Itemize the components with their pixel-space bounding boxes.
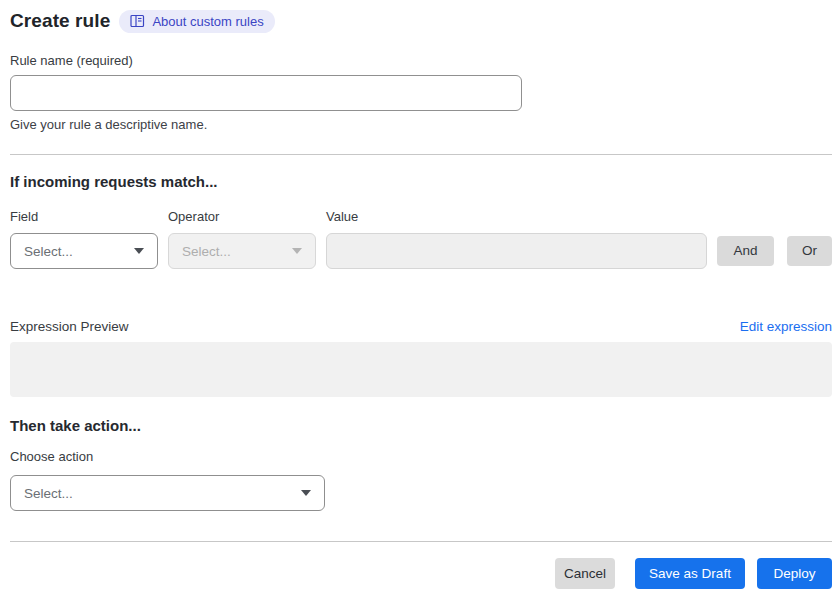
save-as-draft-button[interactable]: Save as Draft [635, 558, 745, 589]
value-column: Value [326, 209, 707, 269]
choose-action-select-value: Select... [24, 486, 73, 501]
badge-label: About custom rules [152, 14, 263, 29]
rule-name-label: Rule name (required) [10, 53, 832, 68]
divider [10, 154, 832, 155]
field-select[interactable]: Select... [10, 233, 158, 269]
about-custom-rules-link[interactable]: About custom rules [119, 10, 274, 33]
page-title: Create rule [10, 9, 110, 33]
chevron-down-icon [301, 490, 311, 496]
connector-buttons: And Or [707, 209, 832, 269]
expression-preview-row: Expression Preview Edit expression [10, 319, 832, 334]
operator-column: Operator Select... [168, 209, 316, 269]
rule-name-section: Rule name (required) Give your rule a de… [10, 53, 832, 132]
or-button[interactable]: Or [787, 236, 832, 266]
field-select-value: Select... [24, 244, 73, 259]
page-header: Create rule About custom rules [10, 9, 832, 33]
and-button[interactable]: And [717, 236, 774, 266]
field-column: Field Select... [10, 209, 158, 269]
rule-name-input[interactable] [10, 75, 522, 111]
operator-label: Operator [168, 209, 316, 224]
choose-action-label: Choose action [10, 449, 832, 464]
create-rule-page: Create rule About custom rules Rule name… [0, 0, 839, 589]
field-label: Field [10, 209, 158, 224]
rule-name-help: Give your rule a descriptive name. [10, 117, 832, 132]
chevron-down-icon [292, 248, 302, 254]
divider [10, 541, 832, 542]
edit-expression-link[interactable]: Edit expression [740, 319, 832, 334]
expression-preview-box [10, 342, 832, 397]
action-section: Then take action... Choose action Select… [10, 417, 832, 511]
match-criteria-row: Field Select... Operator Select... Value… [10, 209, 832, 269]
value-label: Value [326, 209, 707, 224]
chevron-down-icon [134, 248, 144, 254]
deploy-button[interactable]: Deploy [757, 558, 832, 589]
expression-preview-label: Expression Preview [10, 319, 129, 334]
match-section-heading: If incoming requests match... [10, 173, 832, 191]
footer-actions: Cancel Save as Draft Deploy [10, 558, 832, 589]
action-section-heading: Then take action... [10, 417, 832, 435]
operator-select-value: Select... [182, 244, 231, 259]
value-input [326, 233, 707, 269]
match-section: If incoming requests match... Field Sele… [10, 173, 832, 397]
book-icon [130, 14, 145, 28]
operator-select: Select... [168, 233, 316, 269]
cancel-button[interactable]: Cancel [555, 558, 615, 589]
choose-action-select[interactable]: Select... [10, 475, 325, 511]
